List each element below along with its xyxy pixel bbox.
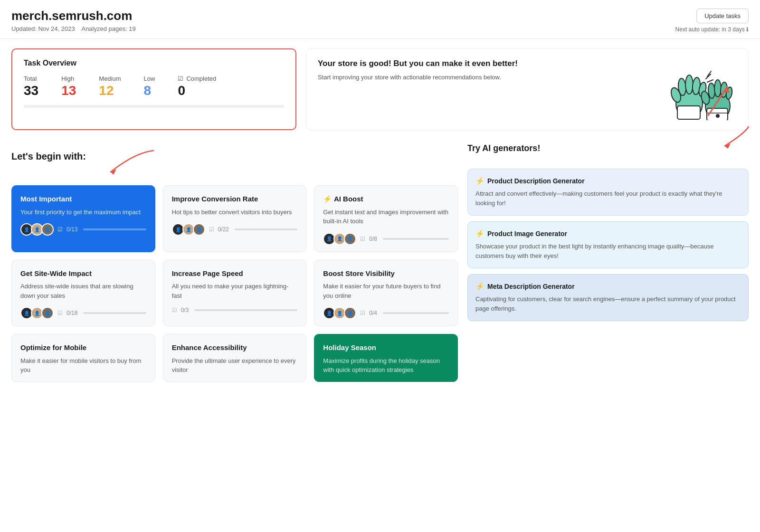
task-progress-bar	[83, 228, 146, 230]
task-card-desc: Provide the ultimate user experience to …	[172, 356, 298, 375]
svg-line-8	[707, 80, 713, 82]
ai-card-product-description[interactable]: ⚡ Product Description Generator Attract …	[467, 169, 749, 216]
task-card-footer: ☑ 0/3	[172, 307, 298, 314]
store-info-title: Your store is good! But you can make it …	[318, 58, 518, 69]
avatar: 👤	[344, 307, 356, 319]
avatar: 👤	[41, 223, 54, 236]
task-card-ai-boost[interactable]: ⚡ AI Boost Get instant text and images i…	[314, 185, 458, 252]
task-card-desc: Hot tips to better convert visitors into…	[172, 208, 298, 217]
site-meta: Updated: Nov 24, 2023 Analyzed pages: 19	[11, 25, 136, 32]
ai-generators-section: Try AI generators! ⚡ Product Description…	[467, 143, 749, 382]
task-card-desc: Your first priority to get the maximum i…	[20, 208, 146, 217]
task-overview-title: Task Overview	[24, 59, 284, 67]
task-card-footer: 👤 👤 👤 ☑ 0/18	[20, 307, 146, 319]
cards-layout: Let's begin with: Most Important Your fi…	[11, 143, 749, 382]
stat-completed: ☑ Completed 0	[178, 75, 216, 98]
task-card-store-visibility[interactable]: Boost Store Visibility Make it easier fo…	[314, 260, 458, 327]
avatar-group: 👤 👤 👤	[20, 307, 54, 319]
check-icon: ☑	[209, 226, 214, 233]
task-card-improve-conversion[interactable]: Improve Conversion Rate Hot tips to bett…	[163, 185, 307, 252]
ai-card-desc: Attract and convert effectively—making c…	[475, 189, 741, 208]
task-progress-bar	[83, 312, 146, 314]
top-section: Task Overview Total 33 High 13 Medium 12…	[11, 48, 749, 130]
top-bar: merch.semrush.com Updated: Nov 24, 2023 …	[0, 0, 760, 39]
overview-progress-bar	[24, 105, 284, 108]
task-card-page-speed[interactable]: Increase Page Speed All you need to make…	[163, 260, 307, 327]
task-card-desc: Make it easier for mobile visitors to bu…	[20, 356, 146, 375]
task-card-desc: Make it easier for your future buyers to…	[323, 282, 449, 300]
red-arrow-1	[96, 148, 158, 177]
red-arrow-2	[715, 124, 753, 148]
avatar-group: 👤 👤 👤	[323, 233, 356, 245]
task-progress-text: 0/8	[369, 236, 377, 242]
svg-point-3	[685, 75, 693, 94]
update-tasks-button[interactable]: Update tasks	[696, 9, 749, 23]
stat-total: Total 33	[24, 75, 38, 98]
task-card-title: Most Important	[20, 194, 146, 204]
begin-section: Let's begin with:	[11, 143, 458, 177]
task-card-footer: 👤 👤 👤 ☑ 0/22	[172, 223, 298, 236]
task-card-footer: 👤 👤 👤 ☑ 0/4	[323, 307, 449, 319]
ai-card-desc: Showcase your product in the best light …	[475, 242, 741, 260]
avatar-group: 👤 👤 👤	[323, 307, 356, 319]
task-card-title: Enhance Accessibility	[172, 343, 298, 352]
high-value: 13	[61, 83, 76, 98]
main-content: Task Overview Total 33 High 13 Medium 12…	[0, 39, 760, 391]
task-card-most-important[interactable]: Most Important Your first priority to ge…	[11, 185, 155, 252]
check-icon: ☑	[172, 307, 177, 314]
lightning-icon: ⚡	[475, 229, 484, 238]
avatar: 👤	[344, 233, 356, 245]
task-card-title: Get Site-Wide Impact	[20, 269, 146, 278]
store-info-card: Your store is good! But you can make it …	[306, 48, 749, 130]
task-progress-bar	[235, 228, 297, 230]
task-stats: Total 33 High 13 Medium 12 Low 8 ☑	[24, 75, 284, 98]
task-card-enhance-accessibility[interactable]: Enhance Accessibility Provide the ultima…	[163, 334, 307, 382]
svg-rect-6	[677, 106, 700, 119]
auto-update-label: Next auto update: in 3 days ℹ	[675, 26, 749, 33]
begin-title: Let's begin with:	[11, 151, 86, 162]
ai-card-meta-description[interactable]: ⚡ Meta Description Generator Captivating…	[467, 274, 749, 321]
task-card-desc: All you need to make your pages lightnin…	[172, 282, 298, 300]
store-illustration	[661, 58, 737, 120]
check-icon: ☑	[57, 226, 63, 233]
task-progress-text: 0/3	[181, 307, 189, 314]
task-progress-bar	[194, 309, 297, 311]
avatar-group: 👤 👤 👤	[172, 223, 205, 236]
avatar-group: 👤 👤 👤	[20, 223, 54, 236]
ai-card-title: ⚡ Product Description Generator	[475, 177, 741, 185]
task-card-site-wide[interactable]: Get Site-Wide Impact Address site-wide i…	[11, 260, 155, 327]
task-card-desc: Address site-wide issues that are slowin…	[20, 282, 146, 300]
task-card-footer: 👤 👤 👤 ☑ 0/13	[20, 223, 146, 236]
medium-value: 12	[99, 83, 121, 98]
site-title: merch.semrush.com	[11, 9, 136, 23]
header-right: Update tasks Next auto update: in 3 days…	[675, 9, 749, 33]
updated-label: Updated:	[11, 25, 37, 32]
cards-left: Let's begin with: Most Important Your fi…	[11, 143, 458, 382]
glove-illustration-svg	[661, 58, 737, 120]
stat-high: High 13	[61, 75, 76, 98]
total-label: Total	[24, 75, 38, 82]
task-card-desc: Get instant text and images improvement …	[323, 208, 449, 226]
ai-card-title: ⚡ Meta Description Generator	[475, 282, 741, 291]
ai-card-product-image[interactable]: ⚡ Product Image Generator Showcase your …	[467, 221, 749, 268]
task-card-optimize-mobile[interactable]: Optimize for Mobile Make it easier for m…	[11, 334, 155, 382]
total-value: 33	[24, 83, 38, 98]
lightning-icon: ⚡	[323, 195, 332, 203]
info-icon: ℹ	[746, 26, 749, 33]
store-info-text: Your store is good! But you can make it …	[318, 58, 518, 82]
task-overview-card: Task Overview Total 33 High 13 Medium 12…	[11, 48, 296, 130]
medium-label: Medium	[99, 75, 121, 82]
task-progress-bar	[383, 238, 449, 240]
task-card-holiday-season[interactable]: Holiday Season Maximize profits during t…	[314, 334, 458, 382]
task-card-title: Optimize for Mobile	[20, 343, 146, 352]
check-icon: ☑	[57, 310, 63, 316]
stat-low: Low 8	[144, 75, 155, 98]
stat-medium: Medium 12	[99, 75, 121, 98]
store-info-desc: Start improving your store with actionab…	[318, 73, 518, 82]
task-card-title: Increase Page Speed	[172, 269, 298, 278]
check-icon: ☑	[360, 236, 365, 242]
header-left: merch.semrush.com Updated: Nov 24, 2023 …	[11, 9, 136, 32]
avatar: 👤	[193, 223, 205, 236]
task-card-footer: 👤 👤 👤 ☑ 0/8	[323, 233, 449, 245]
svg-point-18	[716, 114, 720, 118]
